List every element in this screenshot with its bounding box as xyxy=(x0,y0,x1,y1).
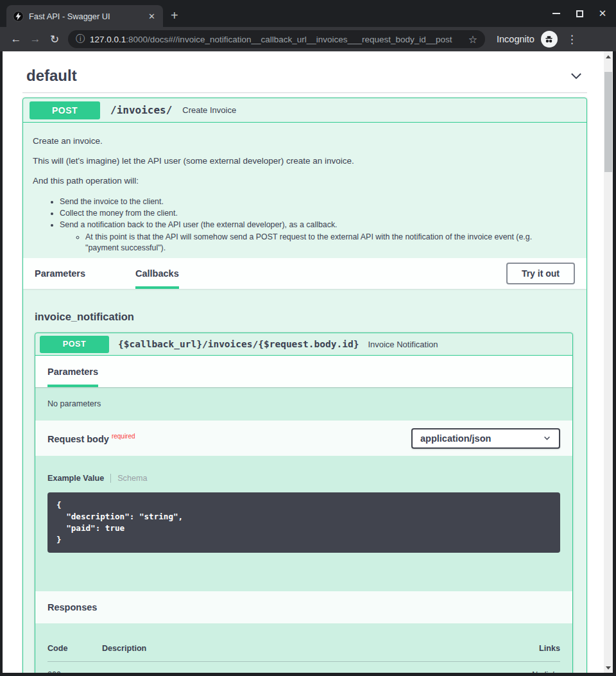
callback-tab-parameters[interactable]: Parameters xyxy=(47,356,98,387)
address-bar[interactable]: ⓘ 127.0.0.1:8000/docs#//invoice_notifica… xyxy=(68,30,485,48)
response-links: No links xyxy=(483,670,560,673)
responses-title: Responses xyxy=(47,602,97,612)
tab-example-value[interactable]: Example Value xyxy=(47,474,104,483)
callback-summary-text: Invoice Notification xyxy=(368,340,438,349)
browser-tab-strip: Fast API - Swagger UI ✕ + ✕ xyxy=(0,0,616,27)
window-close-button[interactable]: ✕ xyxy=(598,9,607,18)
required-badge: required xyxy=(112,433,135,440)
window-maximize-button[interactable] xyxy=(575,9,584,18)
http-method-badge: POST xyxy=(30,101,100,119)
content-type-value: application/json xyxy=(420,433,491,444)
responses-header: Responses xyxy=(35,591,572,623)
incognito-icon xyxy=(541,31,558,48)
description-bullet-list: Send the invoice to the client. Collect … xyxy=(60,196,577,254)
scrollbar-up-arrow[interactable] xyxy=(604,51,613,62)
bullet-item-text: Send a notification back to the API user… xyxy=(60,220,338,229)
callback-path: {$callback_url}/invoices/{$request.body.… xyxy=(118,339,359,349)
callback-tab-bar: Parameters xyxy=(35,356,572,387)
bullet-item: Send a notification back to the API user… xyxy=(60,220,577,254)
callback-operation-block: POST {$callback_url}/invoices/{$request.… xyxy=(35,333,573,673)
description-paragraph: This will (let's imagine) let the API us… xyxy=(33,155,577,168)
window-minimize-button[interactable] xyxy=(552,9,561,18)
section-title: default xyxy=(26,67,77,85)
browser-menu-icon[interactable]: ⋮ xyxy=(567,33,578,46)
operation-summary[interactable]: POST /invoices/ Create Invoice xyxy=(23,98,586,123)
callback-summary[interactable]: POST {$callback_url}/invoices/{$request.… xyxy=(35,333,572,356)
bullet-item: Collect the money from the client. xyxy=(60,208,577,219)
back-button[interactable]: ← xyxy=(6,33,26,46)
operation-summary-text: Create Invoice xyxy=(182,105,236,115)
tab-title: Fast API - Swagger UI xyxy=(29,12,142,21)
content-type-select[interactable]: application/json xyxy=(411,428,560,449)
new-tab-button[interactable]: + xyxy=(171,9,178,22)
example-section: Example Value Schema { "description": "s… xyxy=(35,456,572,591)
fastapi-favicon-icon xyxy=(13,11,24,22)
operation-tab-bar: Parameters Callbacks Try it out xyxy=(23,258,586,289)
forward-button[interactable]: → xyxy=(26,33,45,46)
url-text: 127.0.0.1:8000/docs#//invoice_notificati… xyxy=(90,35,463,44)
scrollbar-down-arrow[interactable] xyxy=(604,663,613,673)
request-body-header: Request bodyrequired application/json xyxy=(35,420,572,456)
example-tab-separator xyxy=(110,474,111,483)
tab-parameters[interactable]: Parameters xyxy=(35,258,85,289)
url-host: 127.0.0.1 xyxy=(90,35,126,44)
description-paragraph: And this path operation will: xyxy=(33,175,577,187)
section-collapse-chevron-down-icon[interactable] xyxy=(569,69,583,83)
try-it-out-button[interactable]: Try it out xyxy=(506,263,575,284)
header-links: Links xyxy=(483,644,560,653)
browser-tab[interactable]: Fast API - Swagger UI ✕ xyxy=(6,5,163,27)
response-code: 200 xyxy=(47,670,102,673)
description-paragraph: Create an invoice. xyxy=(33,135,577,148)
tab-close-icon[interactable]: ✕ xyxy=(147,12,157,21)
site-info-icon[interactable]: ⓘ xyxy=(76,33,85,45)
responses-table-header-row: Code Description Links xyxy=(47,644,560,662)
header-code: Code xyxy=(47,644,102,653)
browser-toolbar: ← → ↻ ⓘ 127.0.0.1:8000/docs#//invoice_no… xyxy=(0,27,616,51)
request-body-label-text: Request body xyxy=(47,434,109,444)
operation-block: POST /invoices/ Create Invoice Create an… xyxy=(22,98,587,673)
responses-table: Code Description Links 200 Successful Re… xyxy=(35,623,572,673)
tab-schema[interactable]: Schema xyxy=(117,474,147,483)
callback-name: invoice_notification xyxy=(35,311,586,323)
page-scrollbar[interactable] xyxy=(604,51,613,673)
tab-callbacks[interactable]: Callbacks xyxy=(135,258,179,289)
incognito-label: Incognito xyxy=(497,34,535,44)
operation-path: /invoices/ xyxy=(110,104,172,116)
sub-bullet-item: At this point is that the API will someh… xyxy=(85,232,557,254)
select-chevron-down-icon xyxy=(543,434,551,442)
example-code-block[interactable]: { "description": "string", "paid": true … xyxy=(47,492,560,553)
section-divider xyxy=(22,92,587,93)
bookmark-star-icon[interactable]: ☆ xyxy=(468,33,477,46)
page-content: default POST /invoices/ Create Invoice C… xyxy=(3,51,604,673)
no-parameters-message: No parameters xyxy=(35,387,572,420)
bullet-item: Send the invoice to the client. xyxy=(60,196,577,207)
url-path: :8000/docs#//invoice_notification__callb… xyxy=(126,35,452,44)
reload-button[interactable]: ↻ xyxy=(45,33,64,46)
header-description: Description xyxy=(102,644,483,653)
scrollbar-thumb[interactable] xyxy=(604,72,612,172)
callback-http-method-badge: POST xyxy=(40,336,109,353)
response-row: 200 Successful Response No links xyxy=(47,662,560,673)
request-body-label: Request bodyrequired xyxy=(47,433,135,444)
operation-description: Create an invoice. This will (let's imag… xyxy=(23,123,586,258)
